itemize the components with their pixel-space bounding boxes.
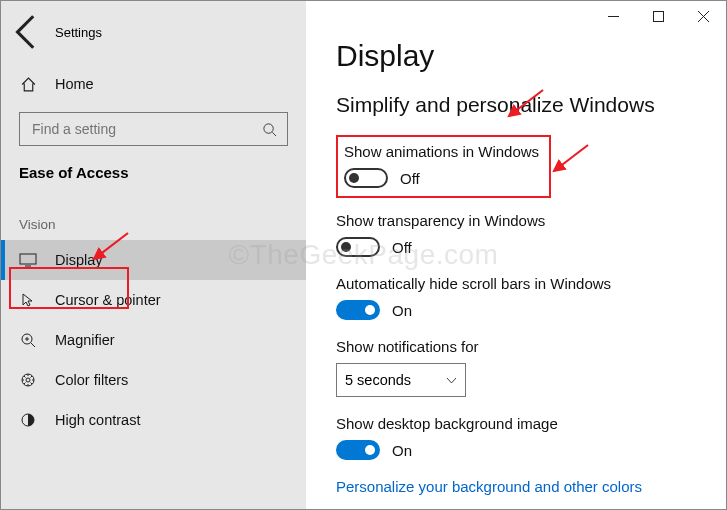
sidebar: Settings Home Ease of Access Vision Disp… (1, 1, 306, 509)
setting-label-animations: Show animations in Windows (344, 143, 539, 160)
display-icon (19, 253, 37, 267)
sidebar-item-label: Magnifier (55, 332, 115, 348)
color-filters-icon (19, 372, 37, 388)
maximize-button[interactable] (636, 1, 681, 31)
home-icon (19, 76, 37, 93)
page-subtitle: Simplify and personalize Windows (336, 93, 696, 117)
toggle-scrollbars[interactable] (336, 300, 380, 320)
toggle-transparency[interactable] (336, 237, 380, 257)
search-icon (262, 122, 277, 137)
toggle-animations-state: Off (400, 170, 420, 187)
select-notifications-value: 5 seconds (345, 372, 411, 388)
sidebar-item-magnifier[interactable]: Magnifier (1, 320, 306, 360)
sidebar-section: Ease of Access (1, 146, 306, 181)
sidebar-item-display[interactable]: Display (1, 240, 306, 280)
select-notifications[interactable]: 5 seconds (336, 363, 466, 397)
back-button[interactable] (7, 11, 49, 53)
setting-label-notifications: Show notifications for (336, 338, 696, 355)
sidebar-group-vision: Vision (1, 181, 306, 240)
close-button[interactable] (681, 1, 726, 31)
chevron-down-icon (446, 375, 457, 386)
nav-home-label: Home (55, 76, 94, 92)
sidebar-item-label: Cursor & pointer (55, 292, 161, 308)
page-title: Display (336, 39, 696, 73)
svg-point-0 (264, 123, 273, 132)
toggle-animations[interactable] (344, 168, 388, 188)
minimize-button[interactable] (591, 1, 636, 31)
toggle-background[interactable] (336, 440, 380, 460)
magnifier-icon (19, 332, 37, 348)
setting-label-transparency: Show transparency in Windows (336, 212, 696, 229)
titlebar (591, 1, 726, 31)
toggle-scrollbars-state: On (392, 302, 412, 319)
search-box[interactable] (19, 112, 288, 146)
toggle-transparency-state: Off (392, 239, 412, 256)
cursor-icon (19, 292, 37, 308)
svg-rect-1 (20, 254, 36, 264)
setting-label-background: Show desktop background image (336, 415, 696, 432)
search-input[interactable] (30, 120, 262, 138)
link-personalize[interactable]: Personalize your background and other co… (336, 478, 696, 495)
toggle-background-state: On (392, 442, 412, 459)
contrast-icon (19, 412, 37, 428)
sidebar-item-high-contrast[interactable]: High contrast (1, 400, 306, 440)
sidebar-item-label: High contrast (55, 412, 140, 428)
setting-label-scrollbars: Automatically hide scroll bars in Window… (336, 275, 696, 292)
sidebar-item-color-filters[interactable]: Color filters (1, 360, 306, 400)
sidebar-item-label: Color filters (55, 372, 128, 388)
annotation-highlight-animations: Show animations in Windows Off (336, 135, 551, 198)
sidebar-item-label: Display (55, 252, 103, 268)
nav-home[interactable]: Home (1, 64, 306, 104)
sidebar-item-cursor[interactable]: Cursor & pointer (1, 280, 306, 320)
svg-rect-6 (654, 11, 664, 21)
main-content: Display Simplify and personalize Windows… (306, 1, 726, 509)
svg-point-4 (26, 378, 30, 382)
window-title: Settings (35, 25, 306, 40)
